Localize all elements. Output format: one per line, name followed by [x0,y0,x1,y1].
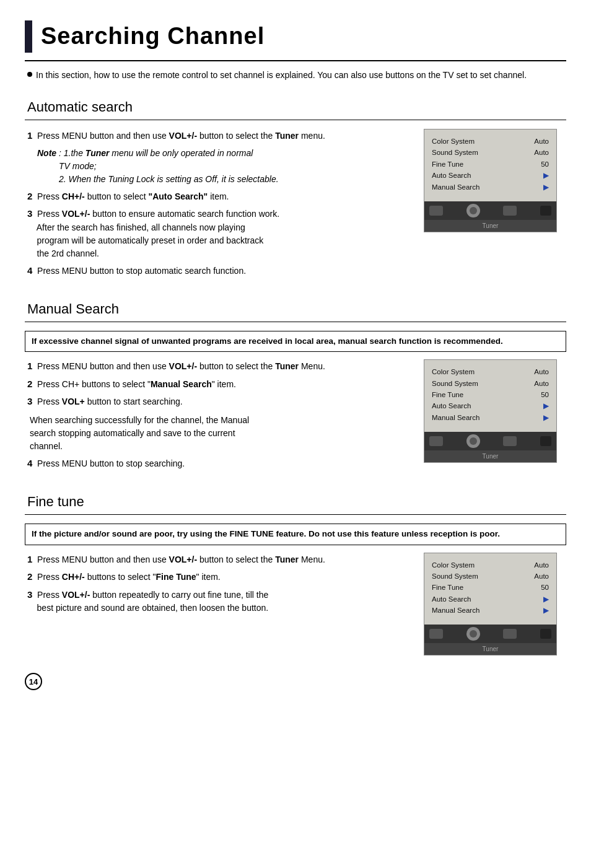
manual-tv-btn-1 [429,436,443,446]
fine-menu-row-3: Fine Tune 50 [432,582,549,593]
note-text-3: 2. When the Tuning Lock is setting as Of… [37,174,279,184]
fine-menu-row-4: Auto Search ▶ [432,594,549,605]
bullet-dot [27,72,32,77]
manual-row-4-arrow: ▶ [543,400,549,411]
fine-tune-warning-text: If the picture and/or sound are poor, tr… [32,529,500,538]
manual-step-1-number: 1 [27,361,32,371]
manual-step-3: 3 Press VOL+ button to start searching. [25,395,411,409]
manual-tv-label: Tuner [424,450,556,462]
manual-tv-knob-inner [470,437,477,445]
intro-section: In this section, how to use the remote c… [25,69,566,82]
auto-menu-row-3: Fine Tune 50 [432,159,549,170]
manual-tv-btn-2 [503,436,517,446]
auto-tv-knob-inner [470,207,477,214]
auto-tv-knob [466,204,480,217]
note-text: : 1.the Tuner menu will be only operated… [59,148,253,158]
fine-menu-row-5: Manual Search ▶ [432,605,549,616]
fine-row-2-value: Auto [534,571,549,582]
note-text-2: TV mode; [37,161,97,171]
title-bar-decoration [25,20,32,53]
fine-menu-row-2: Sound System Auto [432,571,549,582]
manual-row-1-label: Color System [432,366,475,377]
fine-tv-btn-dark [540,629,551,639]
fine-row-1-value: Auto [534,559,549,571]
manual-row-4-label: Auto Search [432,400,471,411]
automatic-search-title: Automatic search [25,97,566,117]
fine-step-3-number: 3 [27,589,32,600]
fine-step-3: 3 Press VOL+/- button repeatedly to carr… [25,588,411,615]
fine-tune-content: 1 Press MENU button and then use VOL+/- … [25,553,566,656]
auto-row-1-label: Color System [432,136,475,147]
manual-search-title: Manual Search [25,299,566,319]
auto-tv-bottom-bar [424,201,556,220]
fine-row-2-label: Sound System [432,571,478,582]
fine-tv-bottom-bar [424,625,556,643]
fine-tv-btn-2 [503,629,517,639]
fine-tv-btn-1 [429,629,443,639]
fine-row-3-value: 50 [541,582,549,593]
auto-row-4-label: Auto Search [432,170,471,181]
manual-menu-row-5: Manual Search ▶ [432,412,549,423]
manual-warning-text: If excessive channel signal of unwanted … [32,336,503,346]
automatic-search-text: 1 Press MENU button and then use VOL+/- … [25,129,411,281]
fine-row-5-label: Manual Search [432,605,479,616]
manual-search-image: Color System Auto Sound System Auto Fine… [424,359,566,474]
fine-tv-knob [466,627,480,641]
fine-tv-knob-inner [470,630,477,638]
auto-menu-screen: Color System Auto Sound System Auto Fine… [424,129,556,201]
intro-bullet: In this section, how to use the remote c… [27,69,566,82]
fine-row-3-label: Fine Tune [432,582,463,593]
manual-tv-btn-dark [540,436,551,446]
fine-tune-text: 1 Press MENU button and then use VOL+/- … [25,553,411,656]
auto-row-3-label: Fine Tune [432,159,463,170]
auto-step-3-number: 3 [27,208,32,219]
manual-row-5-arrow: ▶ [543,412,549,423]
fine-row-4-label: Auto Search [432,594,471,605]
auto-row-5-arrow: ▶ [543,182,549,193]
fine-tune-section: Fine tune If the picture and/or sound ar… [25,491,566,655]
automatic-search-divider [25,120,566,120]
manual-menu-screen: Color System Auto Sound System Auto Fine… [424,360,556,432]
auto-row-2-label: Sound System [432,147,478,158]
auto-menu-row-1: Color System Auto [432,136,549,147]
auto-tv-btn-1 [429,206,443,216]
auto-step-2-number: 2 [27,191,32,201]
manual-row-1-value: Auto [534,366,549,377]
fine-row-4-arrow: ▶ [543,594,549,605]
manual-tv-knob [466,434,480,448]
auto-row-3-value: 50 [541,159,549,170]
auto-step-1-number: 1 [27,130,32,141]
fine-step-2-number: 2 [27,571,32,582]
manual-search-divider [25,322,566,322]
fine-tune-divider [25,514,566,515]
fine-tune-title: Fine tune [25,491,566,512]
auto-row-1-value: Auto [534,136,549,147]
auto-step-3: 3 Press VOL+/- button to ensure automati… [25,207,411,260]
page-title: Searching Channel [41,19,265,54]
manual-search-section: Manual Search If excessive channel signa… [25,299,566,474]
manual-tv-screenshot: Color System Auto Sound System Auto Fine… [424,359,557,463]
manual-menu-row-3: Fine Tune 50 [432,389,549,400]
fine-tune-warning: If the picture and/or sound are poor, tr… [25,524,566,545]
page-number: 14 [25,673,42,690]
auto-row-2-value: Auto [534,147,549,158]
auto-tv-btn-2 [503,206,517,216]
auto-tv-screenshot: Color System Auto Sound System Auto Fine… [424,129,557,232]
manual-menu-row-4: Auto Search ▶ [432,400,549,411]
fine-tv-screenshot: Color System Auto Sound System Auto Fine… [424,553,557,656]
manual-search-warning: If excessive channel signal of unwanted … [25,331,566,352]
manual-row-2-label: Sound System [432,378,478,389]
manual-step-4-number: 4 [27,458,32,468]
auto-step-1: 1 Press MENU button and then use VOL+/- … [25,129,411,143]
auto-menu-row-5: Manual Search ▶ [432,182,549,193]
manual-menu-row-1: Color System Auto [432,366,549,377]
title-divider [25,60,566,61]
auto-row-5-label: Manual Search [432,182,479,193]
manual-step-1: 1 Press MENU button and then use VOL+/- … [25,359,411,374]
auto-step-4-number: 4 [27,265,32,276]
fine-step-1-number: 1 [27,554,32,564]
auto-tv-btn-dark [540,206,551,216]
fine-row-1-label: Color System [432,559,475,571]
auto-step-2: 2 Press CH+/- button to select "Auto Sea… [25,190,411,204]
manual-body-text: When searching successfully for the chan… [27,414,411,453]
